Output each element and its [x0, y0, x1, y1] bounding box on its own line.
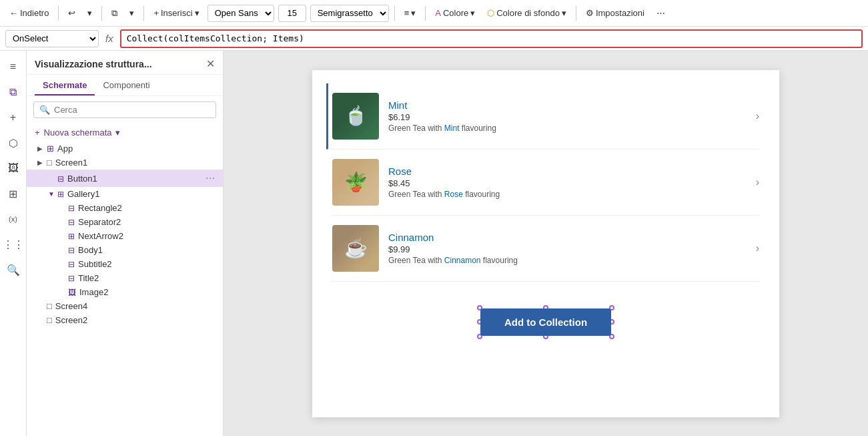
- gallery-item-mint[interactable]: 🍵 Mint $6.19 Green Tea with Mint flavour…: [326, 83, 759, 150]
- tree-item-image2[interactable]: 🖼 Image2: [27, 285, 223, 299]
- tree-item-app[interactable]: ▶ ⊞ App: [27, 142, 223, 156]
- panel-close-button[interactable]: ✕: [206, 57, 215, 70]
- back-label: Indietro: [20, 8, 49, 18]
- undo-dropdown-button[interactable]: ▾: [83, 6, 96, 20]
- bg-color-button[interactable]: ⬡ Colore di sfondo ▾: [483, 6, 570, 20]
- back-button[interactable]: ← Indietro: [5, 6, 53, 20]
- tree-item-nextarrow2[interactable]: ⊞ NextArrow2: [27, 229, 223, 243]
- divider-4: [394, 6, 395, 21]
- item-emoji-mint: 🍵: [332, 93, 379, 140]
- item-desc-rose: Green Tea with Rose flavouring: [388, 190, 747, 199]
- tree-arrow-screen1[interactable]: ▶: [37, 159, 47, 166]
- tree-item-title2[interactable]: ⊟ Title2: [27, 271, 223, 285]
- icon-subtitle2: ⊟: [68, 259, 75, 269]
- color-icon: A: [435, 8, 441, 18]
- tree-item-gallery1[interactable]: ▼ ⊞ Gallery1: [27, 187, 223, 201]
- more-icon: ⋯: [657, 8, 665, 18]
- icon-title2: ⊟: [68, 273, 75, 283]
- label-rectangle2: Rectangle2: [78, 203, 218, 213]
- item-desc-cinnamon: Green Tea with Cinnamon flavouring: [388, 256, 747, 265]
- tree-item-subtitle2[interactable]: ⊟ Subtitle2: [27, 257, 223, 271]
- item-emoji-cinnamon: ☕: [332, 225, 379, 272]
- align-button[interactable]: ≡ ▾: [400, 6, 420, 20]
- tree-item-rectangle2[interactable]: ⊟ Rectangle2: [27, 201, 223, 215]
- gallery-item-rose[interactable]: 🪴 Rose $8.45 Green Tea with Rose flavour…: [332, 150, 759, 216]
- add-to-collection-button[interactable]: Add to Collection: [480, 308, 611, 336]
- divider-2: [101, 6, 102, 21]
- align-icon: ≡: [404, 8, 410, 18]
- icon-screen4: □: [47, 301, 52, 311]
- font-weight-selector[interactable]: Semigrassetto: [310, 5, 389, 22]
- divider-5: [425, 6, 426, 21]
- find-button[interactable]: 🔍: [3, 259, 24, 280]
- new-screen-action[interactable]: + Nuova schermata ▾: [27, 124, 223, 142]
- tree-item-separator2[interactable]: ⊟ Separator2: [27, 215, 223, 229]
- label-body1: Body1: [78, 245, 218, 255]
- icon-image2: 🖼: [68, 287, 76, 297]
- tree-area: ▶ ⊞ App ▶ □ Screen1 ⊟ Button1 ⋯ ▼ ⊞ Gall…: [27, 142, 223, 436]
- components-button[interactable]: ⋮⋮: [3, 234, 24, 255]
- hamburger-button[interactable]: ≡: [3, 56, 24, 77]
- layers-icon: ⧉: [9, 86, 17, 98]
- plus-icon: +: [153, 8, 159, 18]
- property-selector[interactable]: OnSelect: [5, 30, 99, 47]
- insert-dropdown-icon: ▾: [195, 8, 199, 18]
- formula-input[interactable]: [120, 29, 863, 48]
- undo-button[interactable]: ↩: [64, 6, 79, 20]
- color-button[interactable]: A Colore ▾: [431, 6, 479, 20]
- item-emoji-rose: 🪴: [332, 159, 379, 206]
- panel-search-container: 🔍: [33, 101, 216, 118]
- icon-body1: ⊟: [68, 245, 75, 255]
- variables-button[interactable]: (x): [3, 208, 24, 230]
- copy-dropdown-button[interactable]: ▾: [125, 6, 138, 20]
- color-label: Colore: [443, 8, 468, 18]
- item-title-cinnamon: Cinnamon: [388, 232, 747, 243]
- back-icon: ←: [9, 8, 18, 18]
- icon-screen2: □: [47, 315, 52, 325]
- bg-color-dropdown-icon: ▾: [562, 8, 566, 18]
- item-arrow-rose[interactable]: ›: [756, 176, 759, 188]
- tree-item-screen1[interactable]: ▶ □ Screen1: [27, 156, 223, 170]
- app-canvas: 🍵 Mint $6.19 Green Tea with Mint flavour…: [312, 70, 779, 417]
- gallery-item-cinnamon[interactable]: ☕ Cinnamon $9.99 Green Tea with Cinnamon…: [332, 216, 759, 282]
- tree-item-body1[interactable]: ⊟ Body1: [27, 243, 223, 257]
- main-layout: ≡ ⧉ + ⬡ 🖼 ⊞ (x) ⋮⋮ 🔍 Visualizzazione str…: [0, 51, 868, 436]
- insert-button[interactable]: + Inserisci ▾: [149, 6, 203, 20]
- tree-item-screen4[interactable]: □ Screen4: [27, 299, 223, 313]
- item-image-rose: 🪴: [332, 159, 379, 206]
- new-screen-dropdown-icon: ▾: [115, 128, 120, 138]
- controls-button[interactable]: ⊞: [3, 183, 24, 204]
- label-screen1: Screen1: [55, 158, 218, 168]
- media-button[interactable]: 🖼: [3, 158, 24, 179]
- icon-rectangle2: ⊟: [68, 203, 75, 213]
- item-arrow-mint[interactable]: ›: [756, 110, 759, 122]
- settings-button[interactable]: ⚙ Impostazioni: [582, 6, 648, 20]
- font-selector[interactable]: Open Sans: [207, 5, 274, 22]
- label-screen4: Screen4: [55, 301, 218, 311]
- tree-item-screen2[interactable]: □ Screen2: [27, 313, 223, 327]
- label-screen2: Screen2: [55, 315, 218, 325]
- tree-arrow-gallery1[interactable]: ▼: [48, 190, 57, 198]
- more-button[interactable]: ⋯: [653, 6, 669, 20]
- item-arrow-cinnamon[interactable]: ›: [756, 242, 759, 254]
- search-input[interactable]: [54, 105, 210, 115]
- divider-6: [576, 6, 576, 21]
- tree-more-button1[interactable]: ⋯: [203, 172, 218, 185]
- variables-icon: (x): [9, 215, 17, 223]
- copy-button[interactable]: ⧉: [107, 6, 121, 21]
- copy-dropdown-icon: ▾: [129, 8, 134, 18]
- item-desc-mint: Green Tea with Mint flavouring: [388, 124, 747, 133]
- tab-components[interactable]: Componenti: [95, 75, 157, 95]
- tree-arrow-app[interactable]: ▶: [37, 145, 47, 152]
- insert-side-button[interactable]: +: [3, 107, 24, 128]
- toolbar: ← Indietro ↩ ▾ ⧉ ▾ + Inserisci ▾ Open Sa…: [0, 0, 868, 27]
- panel-title: Visualizzazione struttura...: [35, 59, 152, 69]
- item-content-rose: Rose $8.45 Green Tea with Rose flavourin…: [388, 166, 747, 199]
- icon-gallery1: ⊞: [57, 189, 64, 199]
- font-size-input[interactable]: [278, 5, 306, 22]
- label-separator2: Separator2: [78, 217, 218, 227]
- tree-button[interactable]: ⧉: [3, 81, 24, 103]
- tab-screens[interactable]: Schermate: [35, 75, 95, 95]
- tree-item-button1[interactable]: ⊟ Button1 ⋯: [27, 170, 223, 187]
- data-button[interactable]: ⬡: [3, 132, 24, 154]
